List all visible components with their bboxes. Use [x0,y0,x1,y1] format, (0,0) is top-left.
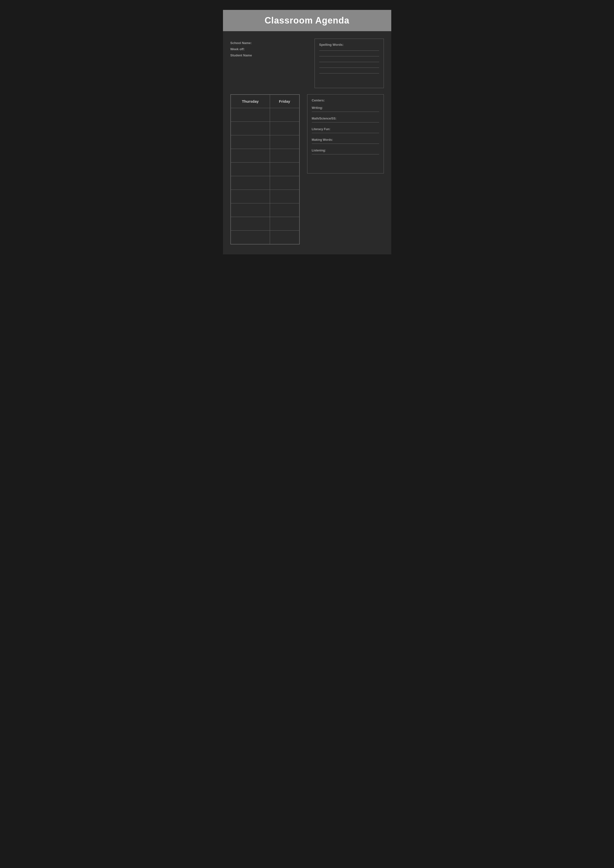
table-row [231,135,299,149]
content-area: School Name: Week off: Student Name Spel… [223,39,391,245]
table-row [231,163,299,176]
header-banner: Classroom Agenda [223,10,391,31]
thursday-header: Thursday [231,95,270,108]
writing-label: Writing: [312,106,379,110]
table-row [231,122,299,135]
center-listening: Listening: [312,149,379,154]
main-section: Thursday Friday [230,94,384,245]
math-label: Math/Science/SS: [312,117,379,120]
center-math: Math/Science/SS: [312,117,379,122]
page-title: Classroom Agenda [265,16,349,25]
schedule-table: Thursday Friday [230,94,300,245]
center-literacy: Literacy Fun: [312,127,379,133]
literacy-label: Literacy Fun: [312,127,379,131]
right-section: Centers: Writing: Math/Science/SS: Liter… [307,94,384,245]
center-making-words: Making Words: [312,138,379,144]
table-row [231,203,299,217]
page: Classroom Agenda School Name: Week off: … [223,10,391,254]
table-row [231,176,299,190]
math-line [312,122,379,122]
student-name-label: Student Name [230,53,307,57]
center-writing: Writing: [312,106,379,112]
table-row [231,190,299,203]
literacy-line [312,133,379,133]
table-row [231,217,299,231]
spelling-section: Spelling Words: [315,39,384,88]
making-words-label: Making Words: [312,138,379,141]
spelling-box: Spelling Words: [315,39,384,88]
centers-title: Centers: [312,98,379,102]
table-row [231,149,299,163]
spelling-title: Spelling Words: [319,43,379,46]
centers-box: Centers: Writing: Math/Science/SS: Liter… [307,94,384,174]
school-name-label: School Name: [230,41,307,45]
friday-header: Friday [270,95,299,108]
left-info: School Name: Week off: Student Name [230,39,307,88]
top-section: School Name: Week off: Student Name Spel… [230,39,384,88]
listening-label: Listening: [312,149,379,152]
table-row [231,108,299,122]
writing-line [312,112,379,112]
week-off-label: Week off: [230,47,307,51]
table-row [231,231,299,244]
